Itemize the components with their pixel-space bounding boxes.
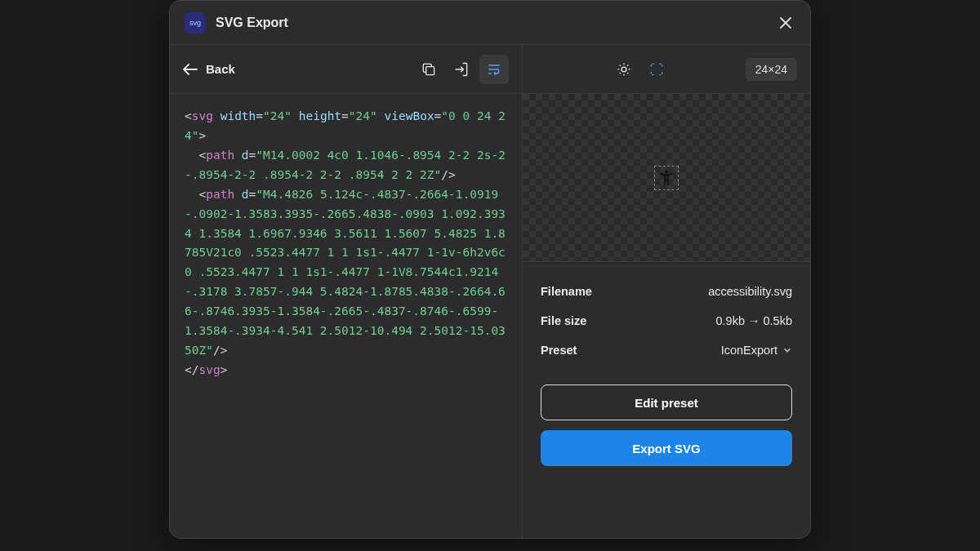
modal-body: <svg width="24" height="24" viewBox="0 0… xyxy=(170,94,810,538)
brightness-button[interactable] xyxy=(609,55,639,84)
filesize-value: 0.9kb → 0.5kb xyxy=(716,314,793,327)
filesize-label: File size xyxy=(541,314,586,327)
toolbar-left: Back xyxy=(170,45,523,93)
prop-preset: Preset IconExport xyxy=(541,335,792,365)
accessibility-icon xyxy=(657,169,675,187)
properties-list: Filename accessibility.svg File size 0.9… xyxy=(523,262,810,381)
dimensions-badge[interactable]: 24×24 xyxy=(746,58,797,81)
close-icon xyxy=(778,16,793,30)
preset-label: Preset xyxy=(541,344,577,357)
svg-point-2 xyxy=(665,170,668,173)
close-button[interactable] xyxy=(776,13,795,33)
preview-toolbar-icons xyxy=(609,55,671,84)
prop-filename: Filename accessibility.svg xyxy=(541,277,792,306)
preview-frame xyxy=(654,166,679,190)
toolbar: Back xyxy=(170,45,810,94)
edit-preset-button[interactable]: Edit preset xyxy=(541,384,792,420)
wrap-button[interactable] xyxy=(479,55,509,84)
preset-value: IconExport xyxy=(721,344,777,357)
code-toolbar-icons xyxy=(414,55,509,84)
svg-export-modal: svg SVG Export Back xyxy=(169,0,811,539)
arrow-left-icon xyxy=(183,64,198,75)
actions: Edit preset Export SVG xyxy=(523,381,810,484)
brightness-icon xyxy=(616,61,632,78)
import-icon xyxy=(453,61,470,78)
back-label: Back xyxy=(206,62,235,76)
app-icon: svg xyxy=(185,12,206,33)
prop-filesize: File size 0.9kb → 0.5kb xyxy=(541,306,792,335)
svg-point-1 xyxy=(621,67,626,72)
code-pane[interactable]: <svg width="24" height="24" viewBox="0 0… xyxy=(170,94,523,538)
right-pane: Filename accessibility.svg File size 0.9… xyxy=(523,94,810,538)
chevron-down-icon xyxy=(782,345,792,355)
back-button[interactable]: Back xyxy=(183,62,235,76)
export-svg-button[interactable]: Export SVG xyxy=(541,430,792,466)
titlebar: svg SVG Export xyxy=(170,1,810,45)
fit-icon xyxy=(648,61,665,78)
wrap-icon xyxy=(486,61,502,78)
filename-label: Filename xyxy=(541,285,592,298)
fit-button[interactable] xyxy=(642,55,671,84)
import-button[interactable] xyxy=(447,55,476,84)
toolbar-right: 24×24 xyxy=(523,45,810,93)
copy-button[interactable] xyxy=(414,55,443,84)
filename-value: accessibility.svg xyxy=(708,285,792,298)
svg-rect-0 xyxy=(426,66,434,74)
preview-area[interactable] xyxy=(523,94,810,262)
preset-select[interactable]: IconExport xyxy=(721,344,792,357)
modal-title: SVG Export xyxy=(216,16,288,30)
copy-icon xyxy=(421,61,437,78)
svg-code[interactable]: <svg width="24" height="24" viewBox="0 0… xyxy=(185,107,507,380)
